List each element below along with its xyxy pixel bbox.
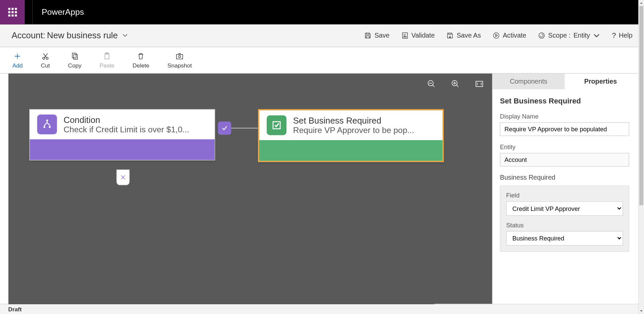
copy-button[interactable]: Copy [68,52,82,68]
subheader: Account: New business rule Save Validate… [0,25,644,47]
scroll-thumb[interactable] [639,6,643,205]
divider [32,0,33,25]
scroll-down-arrow[interactable] [639,308,644,314]
display-name-label: Display Name [500,113,629,120]
activate-button[interactable]: Activate [492,32,526,39]
zoom-out-button[interactable] [427,79,436,90]
save-as-icon [446,32,454,39]
validate-label: Validate [412,32,435,39]
paste-button[interactable]: Paste [100,52,114,68]
condition-icon [37,115,57,134]
delete-icon [137,52,145,60]
svg-rect-13 [476,81,483,87]
tab-components[interactable]: Components [492,74,565,89]
status-text: Draft [8,306,22,313]
help-button[interactable]: ? Help [612,31,632,40]
action-node[interactable]: Set Business Required Require VP Approve… [258,109,444,162]
scope-icon [538,32,545,39]
svg-point-1 [493,33,499,39]
condition-footer [30,139,215,160]
paste-label: Paste [100,62,114,69]
svg-rect-0 [402,33,407,39]
add-button[interactable]: Add [12,52,23,68]
check-icon [221,124,228,132]
zoom-in-button[interactable] [451,79,460,90]
validate-icon [401,32,409,39]
chevron-down-icon [122,31,128,41]
svg-rect-9 [176,54,182,59]
true-branch-indicator [218,122,231,135]
field-label: Field [506,192,623,199]
rule-name-dropdown[interactable]: Account: New business rule [11,31,128,41]
field-select[interactable]: Credit Limit VP Approver [506,201,623,216]
help-label: Help [619,32,633,39]
cut-label: Cut [41,62,50,69]
status-select[interactable]: Business Required [506,231,623,245]
fit-to-screen-button[interactable] [475,79,484,90]
copy-label: Copy [68,62,82,69]
entity-label: Entity [500,143,629,150]
tab-properties[interactable]: Properties [565,74,637,89]
save-label: Save [374,32,389,39]
display-name-input[interactable] [500,122,629,136]
svg-rect-5 [72,53,76,58]
rule-name: New business rule [47,31,118,41]
waffle-icon [8,8,17,16]
activate-icon [492,32,500,39]
connector [231,128,258,128]
svg-point-16 [49,126,50,128]
save-as-button[interactable]: Save As [446,32,481,39]
action-subtitle: Require VP Approver to be pop... [293,126,414,135]
svg-point-14 [46,120,48,121]
status-label: Status [506,222,623,229]
close-icon [120,174,126,181]
entity-prefix: Account: [11,31,45,41]
svg-point-2 [539,33,544,39]
svg-rect-6 [74,54,77,59]
vertical-scrollbar[interactable] [638,0,644,314]
paste-icon [103,52,111,60]
svg-point-15 [44,126,45,128]
designer-canvas[interactable]: Condition Check if Credit Limit is over … [8,74,492,304]
help-icon: ? [612,31,616,40]
scope-value: Entity [574,32,590,39]
section-title: Business Required [500,174,629,181]
condition-title: Condition [64,115,190,125]
false-branch-indicator[interactable] [116,170,129,185]
action-title: Set Business Required [293,116,414,126]
delete-label: Delete [132,62,149,69]
entity-input [500,153,629,167]
copy-icon [71,52,79,60]
scope-label: Scope : [548,32,571,39]
panel-title: Set Business Required [500,97,629,105]
action-icon [267,115,286,135]
condition-node[interactable]: Condition Check if Credit Limit is over … [29,109,215,161]
scroll-up-arrow[interactable] [639,0,644,6]
camera-icon [175,52,184,60]
svg-point-10 [179,55,181,57]
condition-subtitle: Check if Credit Limit is over $1,0... [64,125,190,134]
snapshot-label: Snapshot [167,62,192,69]
business-required-section: Field Credit Limit VP Approver Status Bu… [500,186,629,252]
plus-icon [13,52,22,60]
action-footer [259,140,442,161]
scope-dropdown[interactable]: Scope : Entity [538,32,600,39]
activate-label: Activate [503,32,526,39]
save-as-label: Save As [457,32,481,39]
right-panel: Components Properties Set Business Requi… [492,74,637,304]
save-icon [364,32,372,39]
app-title: PowerApps [42,7,84,17]
status-bar: Draft [0,304,644,314]
save-button[interactable]: Save [364,32,390,39]
cut-button[interactable]: Cut [41,52,50,68]
validate-button[interactable]: Validate [401,32,435,39]
cut-icon [41,52,50,60]
add-label: Add [12,62,23,69]
app-launcher[interactable] [0,0,25,25]
snapshot-button[interactable]: Snapshot [167,52,192,68]
chevron-down-icon [593,32,600,39]
delete-button[interactable]: Delete [132,52,149,68]
titlebar: PowerApps [0,0,644,25]
ribbon: Add Cut Copy Paste Delete Snapshot [0,47,644,74]
